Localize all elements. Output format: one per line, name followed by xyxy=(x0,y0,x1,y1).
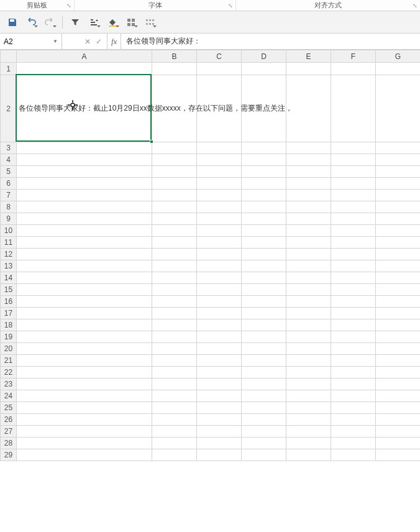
cell[interactable] xyxy=(197,75,242,142)
cell[interactable] xyxy=(286,213,331,225)
cell[interactable] xyxy=(197,249,242,260)
cell[interactable] xyxy=(242,272,286,284)
cell[interactable] xyxy=(242,75,286,142)
cell[interactable] xyxy=(197,319,242,331)
row-header[interactable]: 12 xyxy=(1,249,17,260)
filter-button[interactable] xyxy=(68,15,83,30)
cell[interactable] xyxy=(286,426,331,438)
cell[interactable] xyxy=(17,438,152,449)
cell[interactable] xyxy=(152,343,197,355)
selection-fill-handle[interactable] xyxy=(150,140,153,144)
cell[interactable] xyxy=(286,343,331,355)
cell[interactable] xyxy=(152,166,197,178)
fx-label[interactable]: fx xyxy=(107,34,121,49)
cell[interactable] xyxy=(376,63,421,75)
undo-button[interactable] xyxy=(24,15,39,30)
col-header[interactable]: G xyxy=(376,50,421,63)
cell[interactable] xyxy=(17,166,152,178)
cell[interactable] xyxy=(376,166,421,178)
cell[interactable] xyxy=(197,237,242,249)
cell[interactable] xyxy=(286,249,331,260)
cell[interactable] xyxy=(152,426,197,438)
cell[interactable] xyxy=(376,272,421,284)
cell[interactable] xyxy=(331,355,376,367)
cell[interactable] xyxy=(152,402,197,414)
cell[interactable] xyxy=(17,284,152,296)
row-header[interactable]: 14 xyxy=(1,272,17,284)
cell[interactable] xyxy=(331,308,376,319)
cell[interactable] xyxy=(242,378,286,390)
cell[interactable] xyxy=(152,390,197,402)
cell[interactable] xyxy=(286,414,331,426)
row-header[interactable]: 19 xyxy=(1,331,17,343)
cell[interactable] xyxy=(17,308,152,319)
cell[interactable] xyxy=(331,449,376,461)
sort-button[interactable] xyxy=(86,15,101,30)
cell[interactable] xyxy=(197,414,242,426)
cell[interactable] xyxy=(331,154,376,166)
cell[interactable] xyxy=(152,201,197,213)
col-header[interactable]: E xyxy=(286,50,331,63)
cell[interactable] xyxy=(17,225,152,237)
cell[interactable] xyxy=(286,237,331,249)
row-header[interactable]: 26 xyxy=(1,414,17,426)
cell[interactable] xyxy=(376,390,421,402)
cell[interactable] xyxy=(331,331,376,343)
cell[interactable] xyxy=(17,75,152,142)
cell[interactable] xyxy=(331,378,376,390)
cell[interactable] xyxy=(197,166,242,178)
cell[interactable] xyxy=(152,75,197,142)
cell[interactable] xyxy=(376,378,421,390)
cell[interactable] xyxy=(197,367,242,378)
cell[interactable] xyxy=(286,390,331,402)
cell[interactable] xyxy=(197,190,242,201)
cell[interactable] xyxy=(242,154,286,166)
cell[interactable] xyxy=(376,402,421,414)
cell[interactable] xyxy=(242,343,286,355)
cell[interactable] xyxy=(376,260,421,272)
cell[interactable] xyxy=(17,355,152,367)
cell[interactable] xyxy=(376,319,421,331)
cell[interactable] xyxy=(152,449,197,461)
cell[interactable] xyxy=(286,63,331,75)
cell[interactable] xyxy=(197,402,242,414)
cell[interactable] xyxy=(152,331,197,343)
cell[interactable] xyxy=(331,190,376,201)
cell[interactable] xyxy=(152,308,197,319)
cell[interactable] xyxy=(376,308,421,319)
row-header[interactable]: 16 xyxy=(1,296,17,308)
cell[interactable] xyxy=(17,142,152,154)
cell[interactable] xyxy=(242,390,286,402)
cell[interactable] xyxy=(152,225,197,237)
cell[interactable] xyxy=(17,178,152,190)
row-header[interactable]: 11 xyxy=(1,237,17,249)
cell[interactable] xyxy=(152,142,197,154)
cell[interactable] xyxy=(376,237,421,249)
cell[interactable] xyxy=(376,426,421,438)
cell[interactable] xyxy=(17,296,152,308)
name-box[interactable]: ▼ xyxy=(0,34,62,49)
cell[interactable] xyxy=(286,142,331,154)
cell[interactable] xyxy=(197,201,242,213)
cell[interactable] xyxy=(286,449,331,461)
cell[interactable] xyxy=(197,63,242,75)
cell[interactable] xyxy=(331,390,376,402)
cell[interactable] xyxy=(17,367,152,378)
cell[interactable] xyxy=(17,402,152,414)
cell[interactable] xyxy=(376,438,421,449)
cell[interactable] xyxy=(331,249,376,260)
cell[interactable] xyxy=(286,438,331,449)
col-header[interactable]: A xyxy=(17,50,152,63)
cell[interactable] xyxy=(331,272,376,284)
chevron-down-icon[interactable]: ▼ xyxy=(53,39,58,44)
cell[interactable] xyxy=(331,296,376,308)
select-all-corner[interactable] xyxy=(1,50,17,63)
cell[interactable] xyxy=(331,237,376,249)
cell[interactable] xyxy=(197,284,242,296)
cell[interactable] xyxy=(17,260,152,272)
cell[interactable] xyxy=(331,75,376,142)
cell[interactable] xyxy=(242,63,286,75)
cell[interactable] xyxy=(17,249,152,260)
cell[interactable] xyxy=(152,355,197,367)
cell[interactable] xyxy=(17,237,152,249)
